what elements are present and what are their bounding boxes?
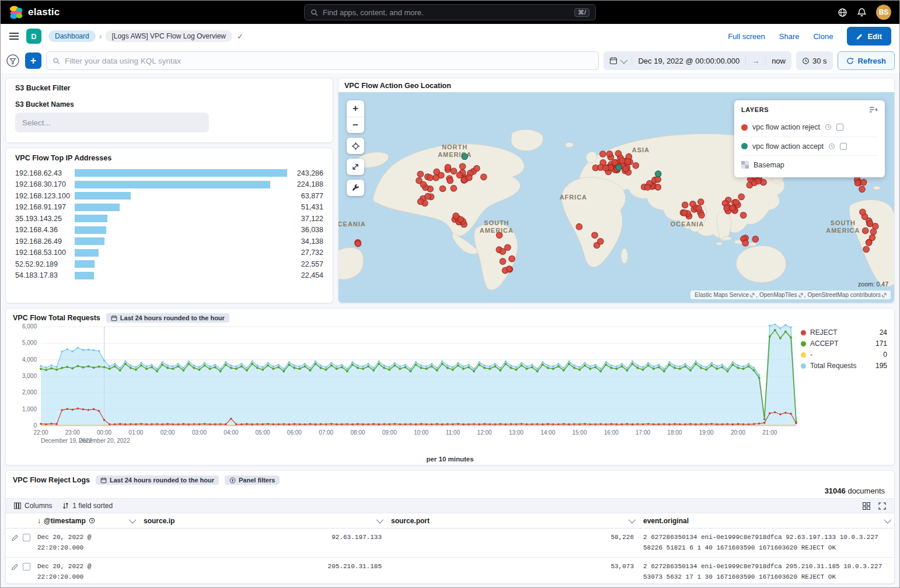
ip-bar[interactable] [75, 169, 287, 177]
collapse-layers-icon[interactable] [869, 106, 878, 113]
map-tools-button[interactable] [347, 180, 364, 196]
reject-geo-point[interactable] [755, 178, 762, 184]
reject-geo-point[interactable] [606, 151, 613, 158]
reject-geo-point[interactable] [859, 186, 866, 192]
reject-geo-point[interactable] [496, 232, 503, 239]
panel-filters-badge[interactable]: Panel filters [225, 475, 280, 485]
ip-bar[interactable] [75, 192, 287, 200]
edit-row-icon[interactable] [12, 534, 19, 541]
menu-hamburger-icon[interactable] [9, 32, 19, 40]
layer-checkbox[interactable] [840, 143, 847, 150]
ip-bar[interactable] [75, 249, 287, 257]
reject-geo-point[interactable] [863, 246, 870, 253]
reject-geo-point[interactable] [742, 240, 749, 246]
zoom-in-button[interactable]: + [347, 100, 364, 117]
attribution-link[interactable]: OpenStreetMap contributors [807, 292, 887, 298]
legend-item[interactable]: -0 [801, 351, 887, 359]
reject-geo-point[interactable] [459, 163, 466, 170]
reject-geo-point[interactable] [681, 210, 688, 216]
reject-geo-point[interactable] [733, 200, 739, 206]
reject-geo-point[interactable] [466, 174, 472, 181]
reject-geo-point[interactable] [867, 220, 873, 227]
full-screen-link[interactable]: Full screen [728, 32, 765, 41]
reject-geo-point[interactable] [592, 232, 598, 239]
saved-query-icon[interactable] [5, 53, 20, 68]
ip-bar[interactable] [75, 215, 287, 222]
reject-geo-point[interactable] [434, 169, 440, 175]
time-range-badge[interactable]: Last 24 hours rounded to the hour [106, 313, 229, 323]
accept-geo-point[interactable] [655, 171, 661, 177]
reject-geo-point[interactable] [623, 166, 629, 172]
date-range-start[interactable]: Dec 19, 2022 @ 00:00:00.000 [632, 57, 745, 65]
legend-item[interactable]: REJECT24 [801, 328, 887, 337]
reject-geo-point[interactable] [576, 223, 582, 230]
clone-link[interactable]: Clone [813, 32, 833, 41]
elastic-logo[interactable]: elastic [9, 5, 60, 20]
edit-row-icon[interactable] [12, 563, 19, 570]
ip-bar[interactable] [75, 181, 287, 188]
reject-geo-point[interactable] [854, 180, 861, 186]
fit-to-data-button[interactable] [347, 138, 364, 154]
time-range-badge[interactable]: Last 24 hours rounded to the hour [96, 475, 219, 485]
reject-geo-point[interactable] [445, 164, 451, 170]
saved-check-icon[interactable]: ✓ [237, 32, 243, 41]
reject-geo-point[interactable] [600, 151, 606, 158]
sort-fields-button[interactable]: 1 field sorted [62, 502, 113, 510]
reject-geo-point[interactable] [453, 213, 459, 219]
reject-geo-point[interactable] [474, 165, 480, 172]
kql-filter-input[interactable]: Filter your data using KQL syntax [46, 51, 599, 70]
reject-geo-point[interactable] [451, 168, 457, 174]
reject-geo-point[interactable] [417, 198, 424, 205]
reject-geo-point[interactable] [724, 205, 730, 212]
user-avatar[interactable]: BS [876, 5, 891, 20]
reject-geo-point[interactable] [696, 205, 702, 212]
reject-geo-point[interactable] [500, 258, 506, 265]
row-checkbox[interactable] [23, 563, 30, 570]
attribution-link[interactable]: OpenMapTiles , [759, 292, 805, 298]
reject-geo-point[interactable] [355, 240, 361, 247]
columns-button[interactable]: Columns [14, 502, 52, 510]
reject-geo-point[interactable] [509, 256, 515, 262]
reject-geo-point[interactable] [861, 179, 867, 186]
reject-geo-point[interactable] [425, 193, 431, 200]
attribution-link[interactable]: Elastic Maps Service , [695, 292, 758, 298]
global-search-input[interactable]: Find apps, content, and more. ⌘/ [304, 4, 596, 20]
log-table-row[interactable]: Dec 20, 2022 @ 22:20:20.00092.63.197.133… [6, 528, 894, 558]
reject-geo-point[interactable] [862, 228, 868, 234]
ip-bar[interactable] [75, 272, 287, 279]
alerts-bell-icon[interactable] [857, 8, 867, 18]
reject-geo-point[interactable] [752, 236, 759, 243]
reject-geo-point[interactable] [655, 184, 661, 191]
reject-geo-point[interactable] [500, 249, 506, 255]
expand-map-button[interactable] [347, 159, 364, 175]
reject-geo-point[interactable] [451, 186, 457, 192]
layer-accept[interactable]: vpc flow action accept [741, 136, 878, 155]
layer-reject[interactable]: vpc flow action reject [741, 118, 878, 136]
total-requests-chart[interactable]: 01,0002,0003,0004,0005,0006,00022:0023:0… [13, 324, 801, 456]
fullscreen-icon[interactable] [878, 502, 886, 510]
legend-item[interactable]: Total Requests195 [801, 362, 887, 370]
reject-geo-point[interactable] [625, 159, 631, 165]
col-source-ip[interactable]: source.ip [139, 517, 386, 525]
ip-bar[interactable] [75, 204, 287, 211]
legend-item[interactable]: ACCEPT171 [801, 340, 887, 348]
reject-geo-point[interactable] [456, 172, 463, 178]
col-timestamp[interactable]: ↓ @timestamp [33, 517, 139, 525]
reject-geo-point[interactable] [420, 181, 427, 188]
breadcrumb-dashboard[interactable]: Dashboard [48, 30, 96, 42]
s3-bucket-select[interactable]: Select... [15, 113, 209, 132]
share-link[interactable]: Share [779, 32, 800, 41]
layer-checkbox[interactable] [836, 124, 843, 131]
reject-geo-point[interactable] [619, 158, 626, 164]
reject-geo-point[interactable] [427, 174, 434, 181]
accept-geo-point[interactable] [616, 164, 622, 171]
reject-geo-point[interactable] [730, 205, 736, 211]
display-options-icon[interactable] [863, 502, 870, 510]
reject-geo-point[interactable] [480, 174, 487, 180]
reject-geo-point[interactable] [644, 184, 651, 191]
ip-bar[interactable] [75, 226, 287, 234]
add-filter-button[interactable]: + [25, 52, 41, 69]
refresh-button[interactable]: Refresh [838, 51, 895, 70]
refresh-interval-control[interactable]: 30 s [796, 51, 833, 70]
reject-geo-point[interactable] [866, 240, 872, 246]
